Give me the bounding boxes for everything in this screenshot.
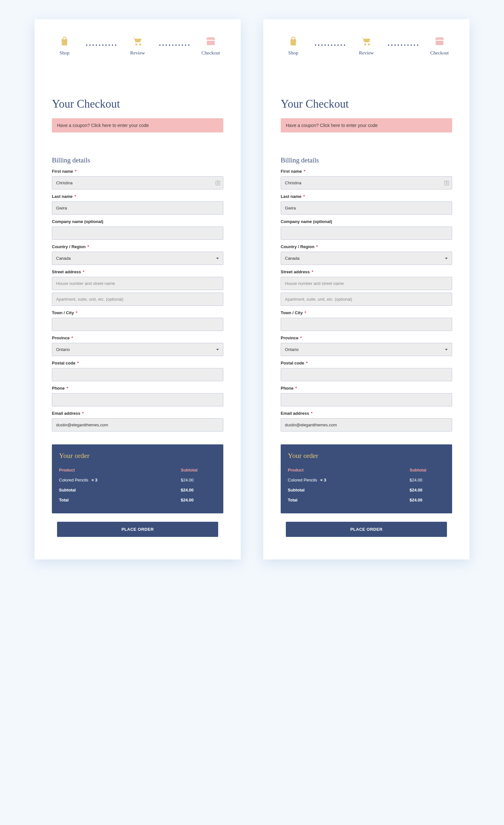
field-province: Province *	[281, 335, 452, 356]
field-street: Street address *	[281, 270, 452, 306]
order-total-amount: $24.00	[181, 498, 216, 503]
progress-label: Review	[359, 50, 374, 56]
field-postal: Postal code *	[281, 361, 452, 381]
order-summary: Your order Product Subtotal Colored Penc…	[281, 444, 452, 513]
progress-step-shop[interactable]: Shop	[282, 35, 304, 56]
last-name-input[interactable]	[281, 202, 452, 215]
order-subtotal-amount: $24.00	[181, 487, 216, 493]
order-item-amount: $24.00	[410, 477, 445, 482]
progress-step-review[interactable]: Review	[126, 35, 149, 56]
label-postal: Postal code *	[281, 361, 452, 365]
autofill-icon[interactable]	[216, 181, 220, 185]
order-header-product: Product	[59, 468, 181, 472]
order-line-item: Colored Pencils × 3 $24.00	[59, 475, 216, 485]
field-email: Email address *	[281, 411, 452, 432]
progress-step-checkout[interactable]: Checkout	[428, 35, 451, 56]
store-icon	[434, 35, 445, 47]
field-street: Street address *	[52, 270, 223, 306]
label-city: Town / City *	[281, 310, 452, 315]
cart-icon	[132, 35, 143, 47]
progress-bar: Shop Review Checkout	[281, 32, 452, 59]
postal-input[interactable]	[281, 368, 452, 381]
label-country: Country / Region *	[52, 244, 223, 249]
field-city: Town / City *	[52, 310, 223, 331]
country-select[interactable]	[52, 252, 223, 265]
progress-step-shop[interactable]: Shop	[53, 35, 76, 56]
country-select[interactable]	[281, 252, 452, 265]
label-phone: Phone *	[52, 386, 223, 391]
coupon-link[interactable]: Click here to enter your code	[320, 123, 378, 128]
street-line1-input[interactable]	[52, 277, 223, 290]
order-subtotal-label: Subtotal	[288, 487, 410, 493]
field-city: Town / City *	[281, 310, 452, 331]
order-heading: Your order	[288, 451, 445, 460]
label-first-name: First name *	[52, 169, 223, 174]
progress-step-review[interactable]: Review	[355, 35, 378, 56]
order-total-row: Total $24.00	[59, 495, 216, 505]
field-company: Company name (optional)	[281, 219, 452, 240]
progress-label: Shop	[60, 50, 70, 56]
last-name-input[interactable]	[52, 202, 223, 215]
phone-input[interactable]	[281, 393, 452, 406]
first-name-input[interactable]	[52, 176, 223, 190]
order-item-qty: × 3	[91, 477, 97, 482]
coupon-notice: Have a coupon? Click here to enter your …	[52, 118, 223, 133]
label-last-name: Last name *	[281, 194, 452, 199]
city-input[interactable]	[52, 318, 223, 331]
label-street: Street address *	[52, 270, 223, 274]
street-line1-input[interactable]	[281, 277, 452, 290]
order-subtotal-label: Subtotal	[59, 487, 181, 493]
label-company: Company name (optional)	[52, 219, 223, 224]
company-input[interactable]	[52, 227, 223, 240]
field-first-name: First name *	[52, 169, 223, 190]
order-summary: Your order Product Subtotal Colored Penc…	[52, 444, 223, 513]
company-input[interactable]	[281, 227, 452, 240]
email-input[interactable]	[52, 418, 223, 432]
postal-input[interactable]	[52, 368, 223, 381]
progress-label: Shop	[288, 50, 298, 56]
progress-dots	[149, 35, 200, 46]
coupon-link[interactable]: Click here to enter your code	[91, 123, 149, 128]
progress-label: Checkout	[201, 50, 220, 56]
progress-step-checkout[interactable]: Checkout	[200, 35, 222, 56]
order-total-label: Total	[288, 498, 410, 503]
street-line2-input[interactable]	[52, 293, 223, 306]
svg-point-3	[364, 44, 366, 46]
order-subtotal-row: Subtotal $24.00	[59, 485, 216, 495]
province-select[interactable]	[281, 343, 452, 356]
checkout-panel: Shop Review Checkout	[263, 19, 470, 559]
progress-dots	[304, 35, 355, 46]
coupon-text: Have a coupon?	[286, 123, 320, 128]
city-input[interactable]	[281, 318, 452, 331]
label-first-name: First name *	[281, 169, 452, 174]
order-item-qty: × 3	[320, 477, 326, 482]
field-postal: Postal code *	[52, 361, 223, 381]
order-header-row: Product Subtotal	[59, 465, 216, 475]
place-order-button[interactable]: PLACE ORDER	[286, 522, 447, 537]
street-line2-input[interactable]	[281, 293, 452, 306]
place-order-button[interactable]: PLACE ORDER	[57, 522, 218, 537]
order-subtotal-amount: $24.00	[410, 487, 445, 493]
email-input[interactable]	[281, 418, 452, 432]
coupon-text: Have a coupon?	[57, 123, 91, 128]
order-heading: Your order	[59, 451, 216, 460]
autofill-icon[interactable]	[444, 181, 449, 185]
field-phone: Phone *	[281, 386, 452, 406]
field-email: Email address *	[52, 411, 223, 432]
order-total-row: Total $24.00	[288, 495, 445, 505]
page-title: Your Checkout	[281, 98, 452, 110]
order-total-amount: $24.00	[410, 498, 445, 503]
label-province: Province *	[52, 335, 223, 340]
store-icon	[206, 35, 216, 47]
progress-label: Review	[130, 50, 145, 56]
label-province: Province *	[281, 335, 452, 340]
label-phone: Phone *	[281, 386, 452, 391]
label-postal: Postal code *	[52, 361, 223, 365]
label-city: Town / City *	[52, 310, 223, 315]
first-name-input[interactable]	[281, 176, 452, 190]
field-last-name: Last name *	[52, 194, 223, 215]
phone-input[interactable]	[52, 393, 223, 406]
province-select[interactable]	[52, 343, 223, 356]
svg-point-0	[135, 44, 137, 46]
field-country: Country / Region *	[281, 244, 452, 265]
